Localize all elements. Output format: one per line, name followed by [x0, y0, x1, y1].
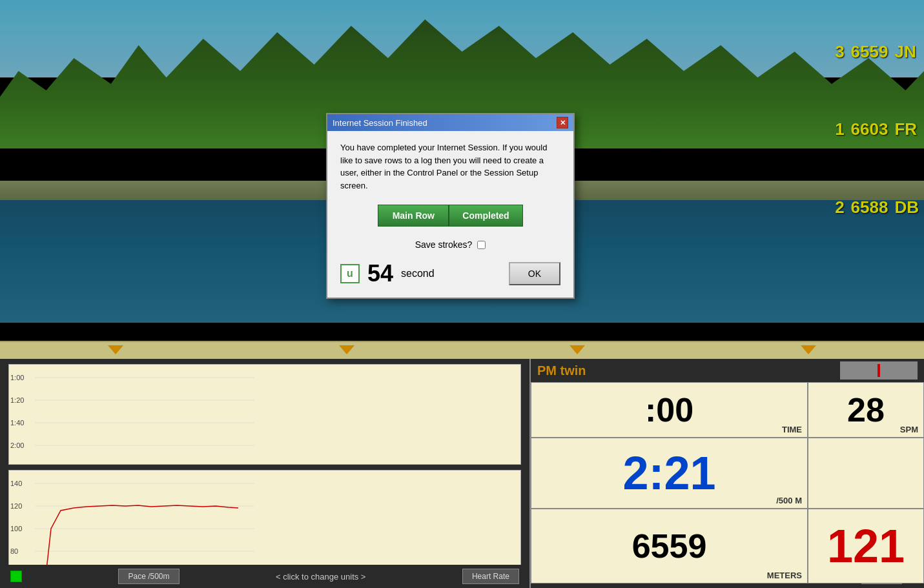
pace-button[interactable]: Pace /500m — [118, 569, 179, 584]
pm-hr-value: 121 — [827, 520, 905, 573]
pm-title: PM twin — [537, 363, 586, 378]
pm-split-cell: 2:21 /500 M — [531, 438, 808, 509]
save-strokes-label: Save strokes? — [415, 239, 473, 250]
tri-down-4 — [801, 345, 816, 354]
completed-button[interactable]: Completed — [449, 205, 522, 227]
svg-text:1:00: 1:00 — [10, 374, 24, 381]
svg-text:100: 100 — [10, 525, 22, 532]
pm-split-right — [808, 438, 924, 509]
modal-dialog: Internet Session Finished ✕ You have com… — [326, 113, 575, 299]
svg-text:1:40: 1:40 — [10, 419, 24, 427]
svg-text:1:20: 1:20 — [10, 396, 24, 404]
tri-down-3 — [570, 345, 585, 354]
modal-body: You have completed your Internet Session… — [327, 131, 573, 298]
pace-chart-svg: 1:00 1:20 1:40 2:00 2:20 2:40 3:00 0 10 … — [9, 365, 520, 464]
modal-title: Internet Session Finished — [333, 118, 427, 128]
pm-hr-cell: 121 — [808, 509, 924, 583]
tri-down-2 — [339, 345, 354, 354]
pm-meters-cell: 6559 METERS — [531, 509, 808, 583]
svg-text:2:00: 2:00 — [10, 441, 24, 449]
pm-split-label: /500 M — [776, 496, 802, 505]
click-text[interactable]: < click to change units > — [276, 572, 365, 582]
pm-time-label: TIME — [782, 425, 802, 434]
pm-meters-value: 6559 — [632, 527, 707, 565]
countdown-unit: second — [401, 268, 435, 279]
svg-text:120: 120 — [10, 502, 22, 510]
modal-titlebar: Internet Session Finished ✕ — [327, 114, 573, 131]
svg-text:80: 80 — [10, 547, 18, 555]
svg-text:140: 140 — [10, 480, 22, 487]
chart-bottom-bar: Pace /500m < click to change units > Hea… — [0, 565, 529, 588]
pm-split-value: 2:21 — [622, 447, 715, 500]
countdown-number: 54 — [367, 260, 393, 287]
charts-area: 1:00 1:20 1:40 2:00 2:20 2:40 3:00 0 10 … — [0, 359, 529, 565]
pm-meters-label: METERS — [767, 571, 802, 580]
main-row-button[interactable]: Main Row — [378, 205, 449, 227]
save-strokes-checkbox[interactable] — [477, 241, 486, 249]
pm-spm-cell: 28 SPM — [808, 382, 924, 438]
heart-rate-button[interactable]: Heart Rate — [462, 569, 519, 584]
hr-chart: 140 120 100 80 60 40 0 10 20 30 — [8, 470, 521, 571]
u-icon: u — [340, 264, 360, 283]
separator-bar — [0, 341, 924, 359]
pm-time-value: :00 — [645, 390, 693, 429]
pm-panel: PM twin :00 TIME 28 SPM 2:21 /500 M — [529, 359, 924, 588]
pm-header: PM twin — [531, 359, 924, 382]
bottom-panel: 1:00 1:20 1:40 2:00 2:20 2:40 3:00 0 10 … — [0, 359, 924, 588]
green-indicator-left — [10, 571, 22, 582]
pm-time-cell: :00 TIME — [531, 382, 808, 438]
pm-data-grid: :00 TIME 28 SPM 2:21 /500 M 6559 METERS — [531, 382, 924, 565]
pm-spm-label: SPM — [900, 425, 918, 434]
modal-action-buttons: Main Row Completed — [340, 205, 560, 227]
pm-header-right — [840, 361, 918, 380]
ok-button[interactable]: OK — [509, 262, 560, 285]
modal-close-button[interactable]: ✕ — [557, 117, 568, 128]
hr-chart-svg: 140 120 100 80 60 40 0 10 20 30 — [9, 471, 520, 570]
pm-red-bar — [878, 364, 880, 377]
pm-spm-value: 28 — [847, 390, 885, 429]
modal-footer: u 54 second OK — [340, 260, 560, 287]
tri-down-1 — [108, 345, 123, 354]
save-strokes-row: Save strokes? — [340, 239, 560, 250]
modal-message: You have completed your Internet Session… — [340, 141, 560, 192]
pace-chart: 1:00 1:20 1:40 2:00 2:20 2:40 3:00 0 10 … — [8, 364, 521, 465]
